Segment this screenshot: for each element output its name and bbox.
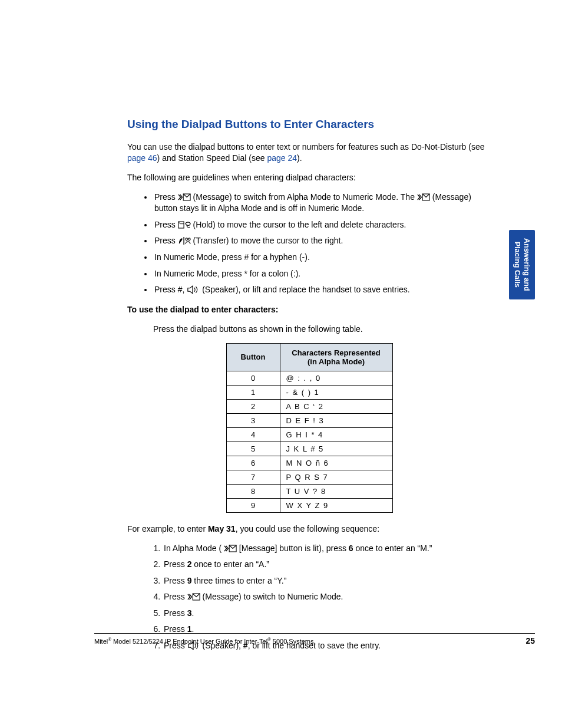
page-heading: Using the Dialpad Buttons to Enter Chara… [127,118,491,131]
table-row: 3D E F ! 3 [226,413,392,427]
bullet-star: In Numeric Mode, press * for a colon (:)… [153,268,491,280]
bullet-message: Press (Message) to switch from Alpha Mod… [153,192,491,215]
table-row: 9W X Y Z 9 [226,498,392,512]
step-3: Press 9 three times to enter a “Y.” [163,575,491,587]
footer-text: Mitel® Model 5212/5224 IP Endpoint User … [94,637,314,645]
step-2: Press 2 once to enter an “A.” [163,559,491,571]
page-footer: Mitel® Model 5212/5224 IP Endpoint User … [94,633,535,645]
tab-line2: Placing Calls [513,238,522,291]
guidelines-list: Press (Message) to switch from Alpha Mod… [127,192,491,296]
bullet-hash: In Numeric Mode, press # for a hyphen (-… [153,252,491,263]
step-1: In Alpha Mode ( [Message] button is lit)… [163,543,491,555]
guidelines-lead: The following are guidelines when enteri… [127,172,491,183]
hold-icon [178,220,191,229]
procedure-step: Press the dialpad buttons as shown in th… [127,324,491,335]
th-chars: Characters Represented (in Alpha Mode) [280,343,392,371]
page-number: 25 [525,636,535,645]
character-table: Button Characters Represented (in Alpha … [226,343,393,513]
procedure-title: To use the dialpad to enter characters: [127,304,491,315]
th-button: Button [226,343,280,371]
tab-line1: Answering and [522,238,531,291]
table-row: 8T U V ? 8 [226,484,392,498]
example-lead: For example, to enter May 31, you could … [127,523,491,535]
table-row: 5J K L # 5 [226,442,392,456]
message-icon [224,544,237,553]
step-4: Press (Message) to switch to Numeric Mod… [163,591,491,603]
table-row: 0@ : . , 0 [226,371,392,385]
table-row: 4G H I * 4 [226,427,392,442]
message-icon [417,193,430,202]
section-tab: Answering and Placing Calls [509,230,535,299]
table-row: 2A B C ‘ 2 [226,399,392,413]
intro-paragraph: You can use the dialpad buttons to enter… [127,141,491,164]
intro-pre: You can use the dialpad buttons to enter… [127,142,484,151]
table-row: 6M N O ñ 6 [226,456,392,470]
table-row: 1- & ( ) 1 [226,385,392,399]
message-icon [187,592,200,601]
bullet-transfer: Press (Transfer) to move the cursor to t… [153,235,491,247]
message-icon [178,193,191,202]
bullet-hold: Press (Hold) to move the cursor to the l… [153,219,491,231]
link-page24[interactable]: page 24 [267,153,297,163]
link-page46[interactable]: page 46 [127,153,157,163]
speaker-icon [187,285,200,294]
intro-post: ). [297,153,302,163]
bullet-save: Press #, (Speaker), or lift and replace … [153,284,491,296]
step-5: Press 3. [163,608,491,620]
transfer-icon [178,236,191,245]
intro-mid: ) and Station Speed Dial (see [157,153,267,163]
table-row: 7P Q R S 7 [226,470,392,484]
